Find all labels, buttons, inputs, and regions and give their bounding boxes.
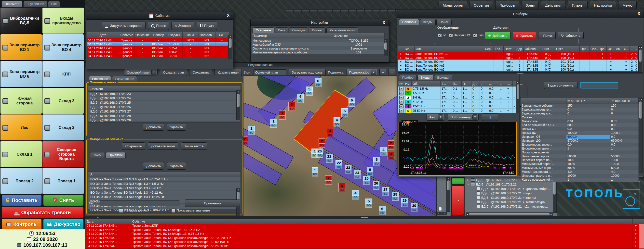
column-header[interactable]: ... [499,81,506,86]
checkbox-icon[interactable]: ✓ [399,91,404,95]
param-value[interactable] [566,151,610,154]
collapse-down-icon[interactable]: ▼ [97,217,99,219]
table-row[interactable]: +ВО-...Зона Тополь ВО №3--logi...317:43:… [398,56,638,59]
tab[interactable]: Точки [90,152,105,158]
column-header[interactable]: Описание [134,32,150,38]
zone-tile[interactable]: Лес [0,114,42,140]
param-value[interactable]: 10000 [566,174,610,178]
save-plan-button[interactable]: Сохранить [189,69,212,76]
param-value[interactable]: 0 [566,108,610,111]
table-row[interactable]: +ВО-...Зона Тополь ВО №4--logi...417:43:… [398,59,638,63]
tab[interactable]: Входы [418,75,434,80]
duty-button[interactable]: Дежурство [43,219,84,230]
param-value[interactable]: 0.0 [610,127,638,131]
param-value[interactable]: 67000.0 [566,139,610,143]
map-marker[interactable]: 22 ВД [336,160,342,169]
text-point-button[interactable]: Точка текста [181,142,207,150]
apply-button[interactable]: Применить [185,200,240,207]
column-header[interactable]: Об... [412,81,440,86]
table-row[interactable]: Множитель порога ... 4.0 4.0 [521,170,638,174]
param-value[interactable]: 100.0 [610,162,638,166]
param-value[interactable]: 150 [566,104,610,108]
checkbox-icon[interactable] [44,152,50,157]
show-name-option[interactable]: Показывать имя [119,209,149,213]
column-header[interactable]: Событие [130,219,633,224]
list-item[interactable]: ВО-Зона Зона Тополь ВО №3 /logic-1:3 > 3… [88,186,240,190]
table-row[interactable]: ✓ 0 0.75-1.5 Hz 17:...0.11...000.0...+--… [398,86,516,91]
track-select[interactable]: По Ближнему▼ [448,114,478,121]
param-value[interactable]: 50000 [566,154,610,158]
table-row[interactable]: Отключить вывод в локальную консоль Выкл… [252,46,384,50]
map-marker[interactable]: 2 ВО [325,176,332,185]
param-value[interactable]: 4.0 [566,170,610,174]
param-value[interactable]: 0 [610,111,638,115]
map-marker[interactable]: 21 ВД [326,154,332,163]
text-input[interactable] [100,200,180,206]
expand-icon[interactable]: + [633,244,639,248]
zone-tile[interactable]: Вибродатчики ВД-5 [0,7,42,33]
close-icon[interactable]: X [381,20,387,25]
table-row[interactable]: Пересчёт порога пр... 1000 1000 [521,158,638,162]
tab[interactable]: Внутренние [23,1,47,6]
add-points-button[interactable]: Добавить точки [148,142,178,150]
column-header[interactable]: Имя [414,46,484,52]
map-marker[interactable]: 6 ВО [379,206,386,215]
param-value[interactable]: 4.0 [610,170,638,174]
map-marker[interactable]: 4 ВО [334,117,340,126]
collapse-up-icon[interactable]: ▲ [94,217,96,219]
table-row[interactable]: ✓ 5 25-50 Hz 17:...0....1...000.0...+--.… [398,109,516,113]
tab[interactable]: Выходы [434,75,452,80]
column-header[interactable]: П... [462,81,472,86]
tree-expander-icon[interactable]: ► [467,179,470,181]
checkbox-icon[interactable]: ✓ [399,109,404,113]
table-row[interactable]: Сигнал [521,115,638,119]
param-value[interactable]: 0 [566,111,610,115]
display-option[interactable]: ✓ Версия ПО [449,33,470,37]
map-marker[interactable]: 2 ВО [279,111,286,120]
map-marker[interactable]: 2 ВО [388,140,394,150]
list-item[interactable]: ВО-Зона Зона Тополь ВО №3 /logic-1:3 > 6… [88,190,240,195]
map-marker[interactable]: 1 ВО [312,167,318,177]
tab[interactable]: Периметр [2,1,22,6]
column-header[interactable]: Тип [403,46,414,52]
zone-tile[interactable]: Склад 2 [42,114,84,140]
column-header[interactable]: Цикл [555,46,580,52]
table-row[interactable]: 04 11 2016 17:43:44... Тревога Зона Топо… [85,236,644,241]
table-row[interactable]: ✓ 3 6-12 Hz 17:...0....1...000.0...+--..… [398,100,516,104]
control-button[interactable]: Контроль [2,219,42,230]
table-row[interactable]: 04 11 2016 17:43...Тревога-ВО-Зон...0.75… [87,46,229,50]
column-header[interactable]: Вход/вы... [168,32,182,38]
selected-save-button[interactable]: Сохранить [122,142,145,150]
column-header[interactable]: 7: 100-200 Hz [610,98,638,104]
list-item[interactable]: ВО-Зона Зона Тополь ВО №3 /logic-1:3 > 1… [88,195,240,199]
column-header[interactable]: Ох... [607,46,615,52]
devices-scrollbar[interactable]: ▲▼ [638,46,642,72]
delete-plan-button[interactable]: Удалить план [214,69,242,76]
table-row[interactable]: Кол-во значений в ОЗУ 800 800 [521,123,638,127]
bindings-column-header[interactable]: A [88,172,241,177]
elements-column-header[interactable]: Элемент [88,86,241,92]
map-marker[interactable]: 25 ВД [363,176,370,185]
table-row[interactable]: Дискретность значе... 0.0 0.0 [521,143,638,147]
tree-item[interactable]: ВД-5 @192.168.0.170/2:21 > Температура [465,200,557,204]
settings-scrollbar[interactable]: ▲ [384,39,388,56]
zone-tile[interactable]: Южная сторона [0,88,42,114]
column-header[interactable]: Имя [404,81,412,86]
param-value[interactable]: 500.0 [610,166,638,170]
expand-icon[interactable]: + [633,240,639,244]
assignment-source-list[interactable]: ▲ ◄► [436,177,451,216]
mini-hscrollbar[interactable]: ◄► [437,212,447,216]
zone-tile[interactable]: Зона периметр ВО 1 [0,34,42,60]
menu-button[interactable]: События [470,1,493,9]
pause-chart-button[interactable]: || [482,113,498,121]
map-marker[interactable]: 3 ВО [288,102,295,111]
param-value[interactable]: 1 [566,178,610,182]
tree-item[interactable]: ВД-5 @192.168.0.170/2:21 > Input [465,191,557,195]
export-button[interactable]: ↑↓Экспорт [171,21,194,30]
map-marker[interactable]: 30 ВД [411,203,418,212]
param-value[interactable]: 0.0 [566,143,610,147]
table-row[interactable]: 04 11 2016 17:43...Тревога-ВО-Зон...100-… [87,50,229,54]
map-marker[interactable]: 26 ВД [373,181,380,190]
table-row[interactable]: 04 11 2016 17:43:44... Тревога Зона Топо… [85,240,644,244]
elements-scrollbar[interactable]: ▲ [236,90,240,120]
